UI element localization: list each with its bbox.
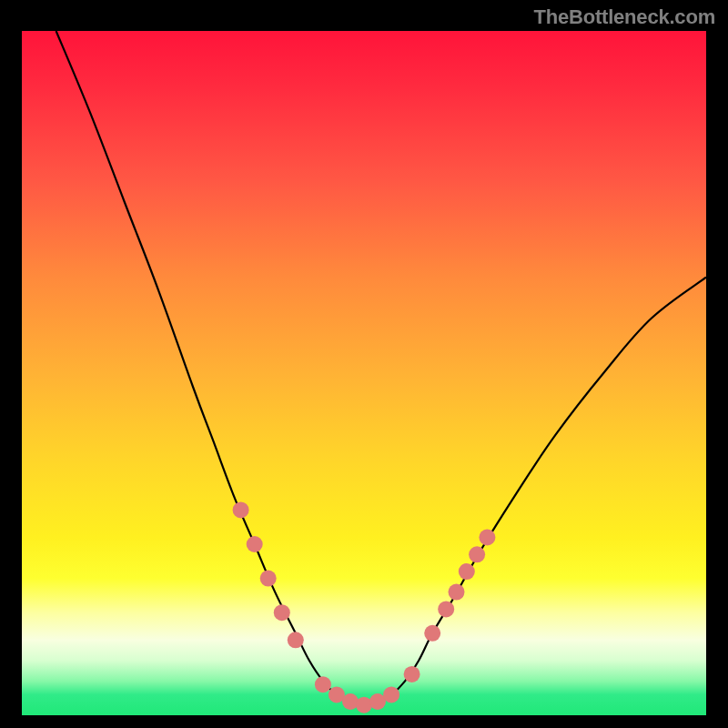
- data-marker: [342, 693, 359, 710]
- data-marker: [479, 530, 495, 546]
- bottleneck-curve: [56, 31, 706, 705]
- chart-frame: TheBottleneck.com: [0, 0, 728, 728]
- data-marker: [404, 666, 420, 682]
- data-marker: [315, 676, 331, 693]
- data-marker: [274, 604, 290, 621]
- data-marker: [233, 501, 249, 518]
- data-marker: [438, 601, 454, 617]
- data-marker: [383, 686, 399, 703]
- attribution-text: TheBottleneck.com: [533, 5, 715, 29]
- data-marker: [459, 563, 475, 580]
- data-marker: [424, 625, 440, 642]
- data-markers: [233, 501, 496, 713]
- data-marker: [288, 632, 304, 648]
- curve-svg: [22, 31, 706, 715]
- data-marker: [356, 697, 372, 713]
- data-marker: [260, 571, 277, 587]
- data-marker: [449, 584, 465, 601]
- plot-area: [22, 31, 706, 715]
- data-marker: [247, 536, 263, 552]
- data-marker: [469, 546, 485, 562]
